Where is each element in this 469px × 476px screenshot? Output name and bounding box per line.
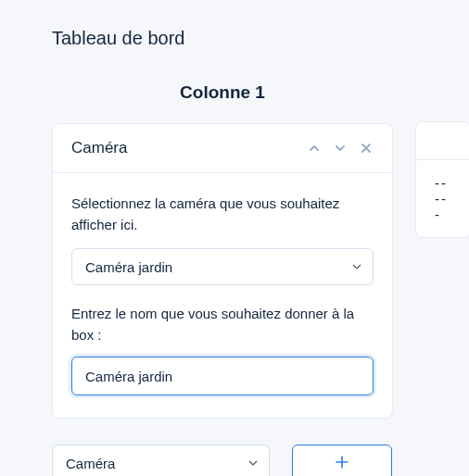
close-icon[interactable] <box>359 141 374 156</box>
column-2-card: ----- <box>415 121 469 238</box>
page-title: Tableau de bord <box>52 28 469 49</box>
camera-card: Caméra Sélectionnez la cam <box>52 123 393 419</box>
column-1: Colonne 1 Caméra <box>52 82 393 476</box>
add-row: Caméra <box>52 445 393 476</box>
plus-icon <box>336 456 349 471</box>
column-2: ----- <box>415 121 469 476</box>
column-2-placeholder: ----- <box>416 159 469 237</box>
box-name-input[interactable] <box>71 357 374 395</box>
widget-type-select[interactable]: Caméra <box>52 445 270 476</box>
card-body: Sélectionnez la caméra que vous souhaite… <box>53 173 392 418</box>
chevron-down-icon[interactable] <box>333 141 348 156</box>
card-header: Caméra <box>53 124 392 173</box>
box-name-label: Entrez le nom que vous souhaitez donner … <box>71 304 374 345</box>
card-title: Caméra <box>71 139 307 157</box>
add-button[interactable] <box>292 445 392 476</box>
column-title: Colonne 1 <box>52 82 393 103</box>
card-actions <box>307 141 374 156</box>
camera-select[interactable]: Caméra jardin <box>71 248 374 285</box>
camera-help-text: Sélectionnez la caméra que vous souhaite… <box>71 194 374 235</box>
chevron-up-icon[interactable] <box>307 141 322 156</box>
